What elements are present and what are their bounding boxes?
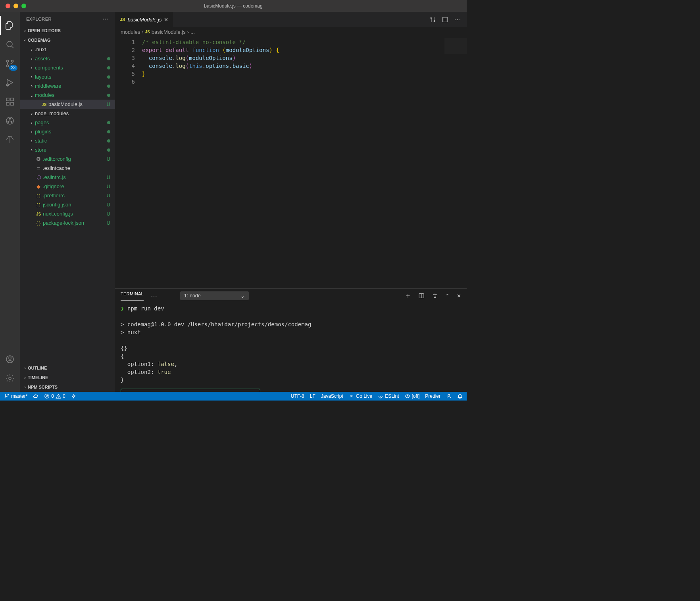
new-terminal-icon[interactable]: [405, 293, 411, 299]
folder-assets[interactable]: ›assets: [20, 54, 115, 63]
item-label: plugins: [35, 129, 115, 135]
file-icon: { }: [35, 220, 42, 226]
chevron-icon: ›: [29, 111, 35, 116]
window-maximize-icon[interactable]: [21, 4, 26, 8]
terminal-selector[interactable]: 1: node ⌄: [180, 291, 249, 300]
svg-point-30: [58, 397, 59, 398]
folder-store[interactable]: ›store: [20, 145, 115, 154]
folder-pages[interactable]: ›pages: [20, 118, 115, 127]
section-timeline[interactable]: ›TIMELINE: [20, 373, 115, 382]
tree-icon: [5, 135, 15, 144]
cloud-icon: [33, 393, 38, 399]
activity-explorer[interactable]: [0, 16, 20, 35]
sidebar-title: EXPLORER: [26, 17, 52, 21]
section-npm-scripts[interactable]: ›NPM SCRIPTS: [20, 382, 115, 392]
folder-static[interactable]: ›static: [20, 136, 115, 145]
panel-tab-terminal[interactable]: TERMINAL: [121, 291, 144, 300]
file-icon: { }: [35, 193, 42, 198]
bolt-icon: [71, 393, 77, 399]
git-status: U: [107, 202, 110, 208]
item-label: nuxt.config.js: [43, 211, 115, 217]
bell-icon: [457, 393, 463, 399]
minimap[interactable]: [444, 38, 467, 54]
file-.eslintrc.js[interactable]: ⬡.eslintrc.jsU: [20, 173, 115, 182]
file-nuxt.config.js[interactable]: JSnuxt.config.jsU: [20, 209, 115, 218]
activity-extensions[interactable]: [0, 92, 20, 111]
git-status: U: [107, 174, 110, 180]
folder-middleware[interactable]: ›middleware: [20, 81, 115, 91]
file-icon: ◆: [35, 183, 42, 189]
more-icon[interactable]: ⋯: [454, 15, 461, 24]
folder-components[interactable]: ›components: [20, 63, 115, 72]
breadcrumbs[interactable]: modules › JS basicModule.js › ...: [115, 27, 467, 37]
item-label: package-lock.json: [43, 220, 115, 226]
file-package-lock.json[interactable]: { }package-lock.jsonU: [20, 218, 115, 227]
extensions-icon: [5, 97, 15, 106]
terminal-output[interactable]: ❯ npm run dev > codemag@1.0.0 dev /Users…: [115, 303, 467, 392]
status-language[interactable]: JavaScript: [321, 393, 343, 399]
file-tree: ›.nuxt›assets›components›layouts›middlew…: [20, 45, 115, 363]
file-.prettierrc[interactable]: { }.prettierrcU: [20, 191, 115, 200]
section-open-editors[interactable]: ›OPEN EDITORS: [20, 26, 115, 35]
status-sync[interactable]: [33, 393, 38, 399]
account-icon: [5, 354, 15, 364]
file-icon: JS: [35, 211, 42, 217]
activity-settings[interactable]: [0, 369, 20, 388]
compare-icon[interactable]: [429, 16, 436, 23]
section-outline[interactable]: ›OUTLINE: [20, 363, 115, 373]
files-icon: [5, 21, 15, 30]
status-quick-action[interactable]: [71, 393, 77, 399]
titlebar: basicModule.js — codemag: [0, 0, 467, 12]
file-basicModule.js[interactable]: JSbasicModule.jsU: [20, 100, 115, 109]
status-bell[interactable]: [457, 393, 463, 399]
file-jsconfig.json[interactable]: { }jsconfig.jsonU: [20, 200, 115, 209]
gear-icon: [5, 374, 15, 383]
item-label: static: [35, 138, 115, 144]
file-.eslintcache[interactable]: ≡.eslintcache: [20, 164, 115, 173]
status-prettier[interactable]: Prettier: [425, 393, 440, 399]
folder-modules[interactable]: ⌄modules: [20, 91, 115, 100]
status-feedback[interactable]: [446, 393, 452, 399]
folder-.nuxt[interactable]: ›.nuxt: [20, 45, 115, 54]
item-label: .eslintcache: [43, 165, 115, 171]
window-close-icon[interactable]: [6, 4, 10, 8]
tab-close-icon[interactable]: ✕: [164, 17, 168, 23]
activity-run-debug[interactable]: [0, 73, 20, 92]
tab-basicmodule[interactable]: JS basicModule.js ✕: [115, 12, 173, 27]
sidebar-more-icon[interactable]: ⋯: [102, 16, 109, 22]
git-circle-icon: [5, 116, 15, 125]
status-golive[interactable]: Go Live: [349, 393, 372, 399]
activity-search[interactable]: [0, 35, 20, 54]
activity-extra[interactable]: [0, 130, 20, 149]
split-editor-icon[interactable]: [442, 16, 448, 23]
section-project[interactable]: ›CODEMAG: [20, 35, 115, 45]
status-encoding[interactable]: UTF-8: [291, 393, 304, 399]
panel-maximize-icon[interactable]: ⌃: [445, 293, 450, 299]
window-title: basicModule.js — codemag: [0, 3, 467, 9]
status-branch[interactable]: master*: [4, 393, 27, 399]
trash-icon[interactable]: [432, 293, 438, 299]
panel-more-icon[interactable]: ⋯: [151, 292, 157, 300]
folder-node_modules[interactable]: ›node_modules: [20, 109, 115, 118]
activity-gitlens[interactable]: [0, 111, 20, 130]
split-terminal-icon[interactable]: [418, 293, 425, 299]
item-label: node_modules: [35, 110, 115, 116]
status-eol[interactable]: LF: [310, 393, 315, 399]
git-status: U: [107, 183, 110, 189]
file-.gitignore[interactable]: ◆.gitignoreU: [20, 182, 115, 191]
status-problems[interactable]: 0 0: [44, 393, 65, 399]
git-status: U: [107, 101, 110, 107]
activity-account[interactable]: [0, 350, 20, 369]
window-minimize-icon[interactable]: [13, 4, 18, 8]
status-eslint[interactable]: ESLint: [378, 393, 399, 399]
activity-source-control[interactable]: 23: [0, 54, 20, 73]
folder-layouts[interactable]: ›layouts: [20, 72, 115, 81]
chevron-icon: ›: [29, 129, 35, 135]
file-.editorconfig[interactable]: ⚙.editorconfigU: [20, 154, 115, 164]
status-off[interactable]: [off]: [405, 393, 420, 399]
panel: TERMINAL ⋯ 1: node ⌄ ⌃ ✕: [115, 288, 467, 392]
panel-close-icon[interactable]: ✕: [457, 293, 461, 299]
sidebar: EXPLORER ⋯ ›OPEN EDITORS ›CODEMAG ›.nuxt…: [20, 12, 115, 392]
folder-plugins[interactable]: ›plugins: [20, 127, 115, 136]
code-editor[interactable]: 123456 /* eslint-disable no-console */ e…: [115, 37, 467, 288]
